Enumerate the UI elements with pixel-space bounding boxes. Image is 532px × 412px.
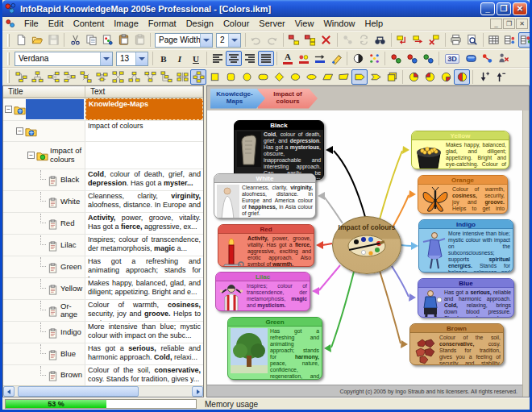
layout-circle-button[interactable] [190,69,206,85]
move-item-in-button[interactable] [394,32,410,48]
tab-knowledge-maps[interactable]: Knowledge-Maps [210,89,265,109]
table-row-green[interactable]: GreenHas got a refreshing and animating … [3,256,203,278]
table-row-impact-of-colours-title[interactable]: −Impact of colours [3,142,203,169]
layout-branch-button[interactable] [77,69,94,85]
title-cell[interactable]: White [3,191,85,212]
text-cell[interactable]: Knowledge-Maps [85,98,203,120]
shape-diamond-button[interactable] [271,69,287,85]
text-cell[interactable]: Impact of colours [85,121,203,141]
menu-window[interactable]: Window [318,18,360,29]
layout-double-tree-button[interactable] [94,69,110,85]
collapse-icon[interactable]: − [16,127,23,135]
map-node-white[interactable]: WhiteCleanness, clarity, virginity, aloo… [214,173,316,218]
remove-person-button[interactable] [495,51,511,66]
font-color-button[interactable]: A [280,51,296,66]
copy-as-picture-button[interactable] [99,32,115,48]
delete-item-button[interactable] [318,32,335,48]
pie-quarter-button[interactable] [405,69,422,85]
colorize-green-blue-button[interactable] [420,51,436,66]
layout-cluster-button[interactable] [110,69,126,85]
save-button[interactable] [45,32,61,48]
toolbar-grip[interactable] [7,70,10,83]
shape-circle-button[interactable] [239,69,255,85]
toolbar-grip[interactable] [7,52,10,65]
shape-tab-button[interactable] [351,69,368,85]
bold-button[interactable]: B [156,51,172,66]
layout-pyramid-down-button[interactable] [142,69,158,85]
text-cell[interactable]: Colour of warmth, cosiness, security, jo… [85,300,203,321]
insert-subitem-button[interactable] [302,32,318,48]
text-cell[interactable]: Has got a serious, reliable and harmonic… [85,343,203,364]
table-row-red[interactable]: RedActivity, power, groove, vitality. Ha… [3,213,203,235]
print-preview-button[interactable] [464,32,480,48]
table-row-indigo[interactable]: IndigoMore intensive than blue; mystic c… [3,322,203,343]
mdi-close-button[interactable]: ✕ [516,19,528,29]
layout-org-chart-button[interactable] [29,69,45,85]
view-table-and-map-button[interactable] [502,32,518,48]
link-items-button[interactable] [340,32,356,48]
toolbar-grip[interactable] [7,34,10,47]
layout-columns-button[interactable] [174,69,190,85]
align-justify-button[interactable] [258,51,274,66]
underline-button[interactable]: U [188,51,204,66]
text-cell[interactable]: Inspires; colour of transcendence, der m… [85,235,203,256]
shape-parallelogram-button[interactable] [319,69,335,85]
title-cell[interactable]: Red [3,213,85,234]
shape-arrow-tab-button[interactable] [368,69,384,85]
collapse-icon[interactable]: − [5,106,12,113]
map-canvas[interactable]: Impact of colours [207,110,522,397]
text-cell[interactable]: Cleanness, clarity, virginity, aloofness… [85,191,203,212]
align-right-button[interactable] [242,51,258,66]
paste-special-button[interactable] [131,32,148,48]
title-cell[interactable]: Blue [3,343,85,364]
cut-button[interactable] [67,32,83,48]
text-cell[interactable]: Makes happy, balanced, glad, and diligen… [85,278,203,299]
view-map-and-table-button[interactable] [518,32,532,48]
layout-pyramid-button[interactable] [126,69,142,85]
background-color-button[interactable] [328,51,344,66]
3d-view-button[interactable]: 3D [442,51,463,66]
mdi-restore-button[interactable]: ❐ [503,19,515,29]
table-row-lilac[interactable]: LilacInspires; colour of transcendence, … [3,235,203,256]
collapse-icon[interactable]: − [27,152,35,159]
mdi-minimize-button[interactable]: _ [490,19,502,29]
table-row-impact-of-colours-map[interactable]: −Impact of colours [3,121,203,142]
menu-help[interactable]: Help [360,18,389,29]
tab-impact-of-colours[interactable]: Impact of colours [258,89,318,109]
table-row-brown[interactable]: BrownColour of the soil, conservative, c… [3,365,203,385]
text-cell[interactable]: Has got a refreshing and animating appro… [85,256,203,277]
shape-square-button[interactable] [206,69,222,85]
map-node-orange[interactable]: OrangeColour of warmth, cosiness, securi… [418,175,508,214]
title-cell[interactable]: Indigo [3,322,85,343]
font-combobox[interactable]: Verdana [15,52,113,66]
layout-tree-left-button[interactable] [13,69,29,85]
line-color-button[interactable] [312,51,328,66]
undo-button[interactable] [248,32,264,48]
layout-star-left-button[interactable] [45,69,61,85]
scroll-right-icon[interactable] [192,386,203,397]
copy-button[interactable] [83,32,99,48]
zoom-combobox[interactable]: Page Width [155,33,213,48]
map-node-green[interactable]: GreenHas got a refreshing and animating … [227,317,322,380]
table-row-yellow[interactable]: YellowMakes happy, balanced, glad, and d… [3,278,203,300]
table-row-white[interactable]: WhiteCleanness, clarity, virginity, aloo… [3,191,203,213]
column-header-title[interactable]: Title [3,86,85,98]
shape-rounded-square-button[interactable] [222,69,239,85]
chevron-down-icon[interactable] [135,52,148,65]
shape-stack-button[interactable] [384,69,400,85]
maximize-button[interactable]: ❐ [497,2,511,15]
text-cell[interactable]: Cold, colour of death, grief, and depres… [85,169,203,190]
open-file-button[interactable] [29,32,45,48]
minimize-button[interactable]: _ [480,2,495,15]
chevron-down-icon[interactable] [100,52,112,65]
text-cell[interactable]: Activity, power, groove, vitality. Has g… [85,213,203,234]
move-item-out-button[interactable] [410,32,426,48]
shape-skewed-rect-button[interactable] [335,69,351,85]
search-button[interactable] [372,32,389,48]
table-row-orange[interactable]: Or­angeColour of warmth, cosiness, secur… [3,300,203,322]
table-row-knowledge-maps[interactable]: −Knowledge-Maps [3,98,203,121]
map-node-yellow[interactable]: YellowMakes happy, balanced, glad, and d… [411,131,509,169]
insert-item-button[interactable] [286,32,302,48]
menu-file[interactable]: File [19,18,44,29]
close-button[interactable]: ✕ [513,2,527,15]
